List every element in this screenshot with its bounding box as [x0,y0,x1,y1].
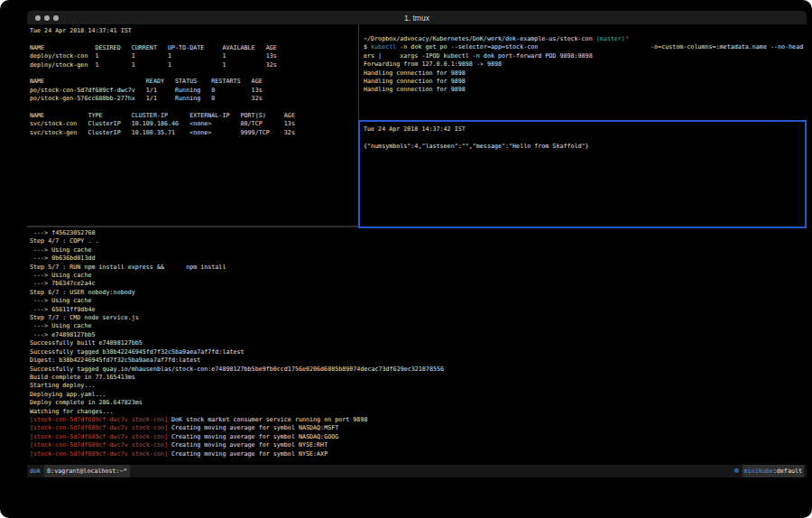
terminal-line [30,104,356,112]
terminal-line [364,134,803,142]
terminal-line: [stock-con-5d7df689cf-dwc7v stock-con] D… [30,416,806,424]
terminal-line: ---> f45623052760 [30,229,806,237]
pane-curl-output-text: Tue 24 Apr 2018 14:37:42 IST {"numsymbol… [364,125,803,225]
minimize-button[interactable] [44,15,50,21]
terminal-line: [stock-con-5d7df689cf-dwc7v stock-con] C… [30,424,806,432]
terminal-line: ---> Using cache [30,272,806,280]
terminal-line: {"numsymbols":4,"lastseen":"","message":… [364,143,803,151]
pane-divider-horizontal [27,226,358,227]
terminal-line: Successfully built e74898127bb5 [30,339,806,347]
terminal-line: ---> Using cache [30,246,806,254]
kubernetes-helm-icon: ☸ [734,465,739,477]
terminal-line: NAME TYPE CLUSTER-IP EXTERNAL-IP PORT(S)… [30,112,356,120]
window-controls [35,15,59,21]
terminal-line: ---> Using cache [30,322,806,330]
kube-context-name: minikube [744,467,773,475]
terminal-line: Forwarding from 127.0.0.1:9898 -> 9898 [364,60,805,69]
window-titlebar[interactable]: 1. tmux [27,11,807,24]
kube-context-badge: minikube:default [743,465,804,477]
terminal-line: $ kubectl -n dok get po --selector=app=s… [364,43,805,51]
terminal-line: [stock-con-5d7df689cf-dwc7v stock-con] C… [30,450,806,458]
terminal-line: deploy/stock-con 1 1 1 1 13s [30,52,356,60]
terminal-line: Build complete in 77.165413ms [30,374,806,382]
terminal-line: ---> e74898127bb5 [30,331,806,339]
terminal-line: Digest: b38b42246945fd7f32c5ba9aea7af7fd… [30,356,806,365]
terminal-line: po/stock-gen-576cc688bb-277hx 1/1 Runnin… [30,95,356,103]
terminal-line: svc/stock-con ClusterIP 10.109.186.46 <n… [30,120,356,128]
pane-divider-vertical [358,24,359,120]
pane-skaffold-log[interactable]: ---> f45623052760Step 4/7 : COPY . . ---… [30,229,806,463]
terminal-line: NAME READY STATUS RESTARTS AGE [30,78,356,86]
terminal-line: Tue 24 Apr 2018 14:37:41 IST [30,27,356,35]
session-name[interactable]: dok [30,465,41,477]
terminal-line: Step 4/7 : COPY . . [30,237,806,245]
terminal-line: ---> 65611ff9db4e [30,306,806,314]
tmux-status-bar: dok 0:vagrant@localhost:~* ☸ minikube:de… [27,465,807,477]
terminal-line: Successfully tagged quay.io/mhausenblas/… [30,365,806,374]
status-left: dok 0:vagrant@localhost:~* [30,465,130,477]
pane-port-forward[interactable]: ~/Dropbox/advocacy/Kubernetes/DoK/work/d… [364,35,805,120]
terminal-line: Handling connection for 9898 [364,78,805,86]
terminal-line: Handling connection for 9898 [364,69,805,78]
terminal-line: ---> 7b6347ce2a4c [30,280,806,288]
terminal-line: Starting deploy... [30,382,806,390]
terminal-line: deploy/stock-gen 1 1 1 1 32s [30,61,356,69]
terminal-line: po/stock-con-5d7df689cf-dwc7v 1/1 Runnin… [30,87,356,95]
terminal-line [30,69,356,78]
pane-kubectl-watch[interactable]: Tue 24 Apr 2018 14:37:41 IST NAME DESIRE… [30,27,356,225]
pane-curl-output[interactable]: Tue 24 Apr 2018 14:37:42 IST {"numsymbol… [358,120,807,228]
terminal-line: [stock-con-5d7df689cf-dwc7v stock-con] C… [30,441,806,449]
terminal-line: Tue 24 Apr 2018 14:37:42 IST [364,125,803,134]
terminal-line: ---> 0b636bd013dd [30,254,806,263]
status-right: ☸ minikube:default [734,465,804,477]
terminal-line: Step 5/7 : RUN npm install express && np… [30,264,806,272]
terminal-line: ers | xargs -IPOD kubectl -n dok port-fo… [364,52,805,60]
close-button[interactable] [35,15,41,21]
terminal-window: 1. tmux Tue 24 Apr 2018 14:37:41 IST NAM… [0,0,812,518]
terminal-line: Deploy complete in 286.647823ms [30,399,806,407]
terminal-line: Successfully tagged b38b42246945fd7f32c5… [30,348,806,356]
terminal-line: [stock-con-5d7df689cf-dwc7v stock-con] C… [30,433,806,441]
terminal-line: Handling connection for 9898 [364,86,805,94]
terminal-line: ---> Using cache [30,297,806,305]
terminal-line: Watching for changes... [30,408,806,416]
terminal-line [30,35,356,43]
terminal-line: ~/Dropbox/advocacy/Kubernetes/DoK/work/d… [364,35,805,43]
zoom-button[interactable] [53,15,59,21]
window-item[interactable]: 0:vagrant@localhost:~* [44,465,130,477]
terminal-line: Step 7/7 : CMD node service.js [30,314,806,322]
window-title: 1. tmux [27,14,807,23]
kube-namespace: :default [773,467,802,475]
terminal-line: NAME DESIRED CURRENT UP-TO-DATE AVAILABL… [30,44,356,52]
terminal-line: Step 6/7 : USER nobody:nobody [30,289,806,297]
terminal-line: Deploying app.yaml... [30,391,806,399]
terminal-line: svc/stock-gen ClusterIP 10.100.35.71 <no… [30,129,356,137]
